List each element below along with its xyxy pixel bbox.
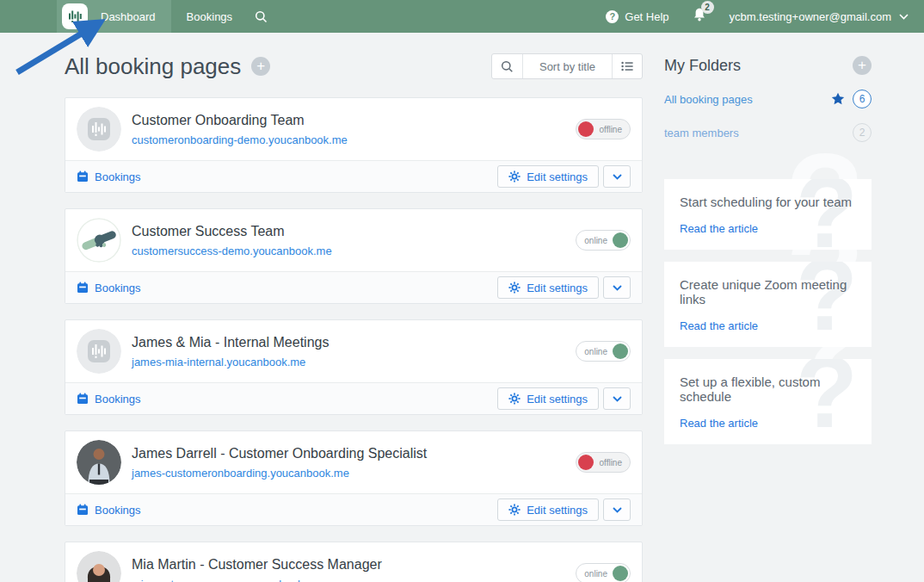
nav-active-group: Dashboard: [57, 0, 171, 33]
get-help-button[interactable]: ? Get Help: [606, 10, 668, 23]
toggle-label: online: [584, 236, 607, 245]
online-offline-toggle[interactable]: online: [576, 341, 631, 362]
article-card: Create unique Zoom meeting links Read th…: [664, 262, 872, 347]
booking-page-avatar: [77, 107, 121, 152]
edit-settings-button[interactable]: Edit settings: [497, 276, 599, 299]
booking-page-url[interactable]: customeronboarding-demo.youcanbook.me: [132, 133, 348, 146]
booking-page-title: Customer Onboarding Team: [132, 113, 348, 128]
ycbm-logo-bars-icon: [66, 8, 83, 25]
card-more-actions-button[interactable]: [603, 276, 631, 299]
list-view-button[interactable]: [612, 54, 642, 78]
folder-link-all-booking-pages[interactable]: All booking pages: [664, 93, 753, 106]
folder-count-badge: 6: [853, 90, 872, 108]
booking-page-card: Customer Onboarding Team customeronboard…: [65, 97, 643, 193]
calendar-icon: [77, 504, 89, 516]
article-title: Set up a flexible, custom schedule: [680, 375, 856, 404]
edit-settings-button[interactable]: Edit settings: [497, 498, 599, 521]
calendar-icon: [77, 393, 89, 405]
bookings-link-label: Bookings: [95, 393, 140, 406]
booking-page-card: Customer Success Team customersuccess-de…: [65, 208, 643, 304]
get-help-label: Get Help: [625, 10, 668, 23]
read-article-link[interactable]: Read the article: [680, 417, 758, 430]
booking-page-card: Mia Martin - Customer Success Manager mi…: [65, 542, 643, 582]
article-title: Create unique Zoom meeting links: [680, 277, 856, 306]
nav-item-dashboard[interactable]: Dashboard: [101, 10, 156, 23]
booking-page-card: James Darrell - Customer Onboarding Spec…: [65, 430, 643, 526]
help-question-icon: ?: [606, 10, 619, 23]
chevron-down-icon: [613, 396, 622, 402]
gear-icon: [508, 282, 521, 294]
bookings-link[interactable]: Bookings: [77, 504, 140, 517]
add-booking-page-button[interactable]: +: [251, 57, 270, 76]
toggle-label: offline: [599, 125, 622, 134]
read-article-link[interactable]: Read the article: [680, 222, 758, 235]
bookings-link-label: Bookings: [95, 170, 140, 183]
bookings-link[interactable]: Bookings: [77, 282, 140, 294]
star-icon[interactable]: [831, 92, 845, 106]
booking-page-title: James Darrell - Customer Onboarding Spec…: [132, 446, 427, 461]
bookings-link[interactable]: Bookings: [77, 393, 140, 406]
bookings-link-label: Bookings: [95, 504, 140, 517]
booking-page-avatar: [77, 218, 121, 263]
article-card: Set up a flexible, custom schedule Read …: [664, 359, 872, 444]
booking-page-title: James & Mia - Internal Meetings: [132, 335, 329, 350]
online-offline-toggle[interactable]: online: [576, 230, 631, 251]
chevron-down-icon: [613, 174, 622, 180]
toggle-label: online: [584, 347, 607, 356]
list-controls: Sort by title: [491, 53, 643, 79]
toggle-label: offline: [599, 458, 622, 467]
gear-icon: [508, 170, 521, 183]
edit-settings-label: Edit settings: [527, 504, 588, 517]
online-offline-toggle[interactable]: offline: [576, 119, 631, 139]
notifications-button[interactable]: 2: [692, 7, 707, 26]
article-card: Start scheduling for your team Read the …: [664, 179, 872, 250]
account-menu[interactable]: ycbm.testing+owner@gmail.com: [730, 10, 909, 23]
online-offline-toggle[interactable]: offline: [576, 452, 631, 473]
nav-item-bookings[interactable]: Bookings: [171, 10, 248, 23]
card-more-actions-button[interactable]: [603, 165, 631, 188]
folder-link-team-members[interactable]: team members: [664, 127, 739, 139]
folder-row: All booking pages 6: [664, 90, 872, 108]
chevron-down-icon: [613, 285, 622, 291]
booking-page-url[interactable]: mia-customersuccess.youcanbook.me: [132, 578, 382, 582]
read-article-link[interactable]: Read the article: [680, 319, 758, 332]
my-folders-title: My Folders: [664, 57, 741, 75]
search-button[interactable]: [492, 54, 522, 78]
calendar-icon: [77, 170, 89, 183]
card-more-actions-button[interactable]: [603, 387, 631, 410]
edit-settings-label: Edit settings: [527, 393, 588, 406]
notification-count-badge: 2: [701, 1, 714, 14]
toggle-knob: [613, 566, 628, 581]
page-title: All booking pages: [65, 53, 241, 80]
card-more-actions-button[interactable]: [603, 498, 631, 521]
edit-settings-button[interactable]: Edit settings: [497, 165, 599, 188]
booking-page-url[interactable]: customersuccess-demo.youcanbook.me: [132, 245, 332, 257]
toggle-knob: [613, 344, 628, 359]
booking-page-url[interactable]: james-customeronboarding.youcanbook.me: [132, 467, 427, 480]
booking-page-avatar: [77, 551, 121, 582]
bookings-link[interactable]: Bookings: [77, 170, 140, 183]
chevron-down-icon: [899, 14, 909, 20]
edit-settings-button[interactable]: Edit settings: [497, 387, 599, 410]
booking-page-url[interactable]: james-mia-internal.youcanbook.me: [132, 356, 329, 368]
help-articles: Start scheduling for your team Read the …: [664, 179, 872, 444]
top-navbar: Dashboard Bookings ? Get Help 2 ycbm.tes…: [0, 0, 924, 33]
add-folder-button[interactable]: +: [853, 56, 872, 75]
account-email: ycbm.testing+owner@gmail.com: [730, 10, 891, 23]
nav-search-icon[interactable]: [255, 10, 268, 23]
bookings-link-label: Bookings: [95, 282, 140, 294]
online-offline-toggle[interactable]: online: [576, 563, 631, 582]
gear-icon: [508, 393, 521, 405]
booking-page-card: James & Mia - Internal Meetings james-mi…: [65, 319, 643, 415]
booking-page-avatar: [77, 440, 121, 485]
chevron-down-icon: [613, 507, 622, 513]
edit-settings-label: Edit settings: [527, 282, 588, 294]
list-view-icon: [621, 61, 633, 71]
ycbm-logo[interactable]: [62, 3, 88, 29]
booking-page-title: Mia Martin - Customer Success Manager: [132, 557, 382, 573]
booking-page-avatar: [77, 329, 121, 374]
booking-page-title: Customer Success Team: [132, 224, 332, 239]
edit-settings-label: Edit settings: [527, 170, 588, 183]
sort-dropdown[interactable]: Sort by title: [522, 54, 612, 78]
calendar-icon: [77, 282, 89, 294]
